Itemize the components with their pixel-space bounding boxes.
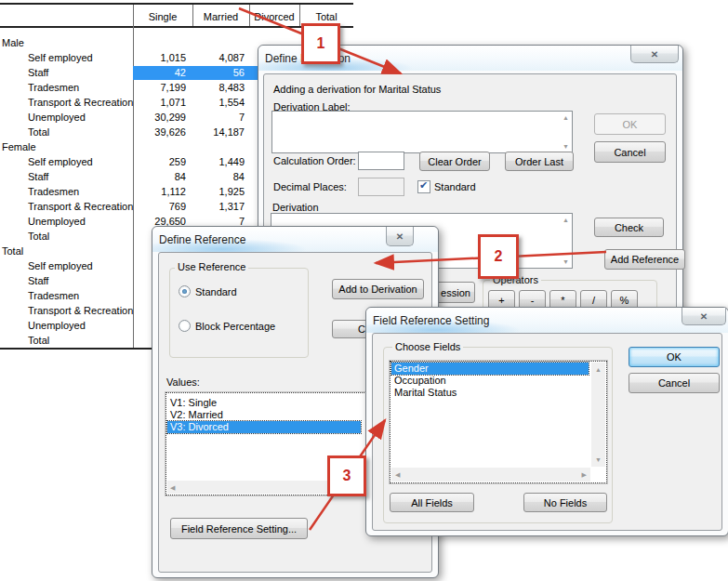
all-fields-button[interactable]: All Fields	[390, 493, 474, 512]
table-cell-married: 1,449	[192, 156, 245, 168]
field-item-occupation[interactable]: Occupation	[391, 375, 589, 387]
add-reference-button[interactable]: Add Reference	[604, 249, 685, 270]
close-icon[interactable]: ✕	[682, 308, 726, 325]
field-reference-setting-title: Field Reference Setting	[373, 314, 489, 327]
table-cell-single: 42	[133, 67, 186, 79]
table-row-label[interactable]: Tradesmen	[28, 290, 79, 302]
vertical-scrollbar[interactable]: ▲ ▼	[591, 363, 605, 467]
table-row-label[interactable]: Staff	[28, 67, 48, 79]
cancel-button[interactable]: Cancel	[594, 141, 666, 163]
table-cell-married: 1,554	[192, 97, 245, 109]
callout-step-1: 1	[301, 23, 340, 64]
scroll-left-icon[interactable]: ◀	[395, 471, 400, 478]
table-cell-married: 1,317	[192, 201, 245, 213]
use-reference-group-label: Use Reference	[175, 261, 248, 273]
callout-step-3: 3	[327, 456, 366, 496]
order-last-button[interactable]: Order Last	[505, 152, 574, 171]
calculation-order-input[interactable]	[358, 152, 404, 170]
table-row-label[interactable]: Unemployed	[28, 216, 86, 228]
block-percentage-radio[interactable]	[179, 320, 191, 332]
callout-step-2: 2	[478, 234, 519, 279]
field-reference-setting-dialog: Field Reference Setting ✕ Choose Fields …	[365, 307, 728, 536]
scroll-left-icon[interactable]: ◀	[170, 484, 175, 491]
table-row-label[interactable]: Unemployed	[28, 320, 86, 332]
table-cell-married: 8,483	[192, 82, 245, 94]
table-row-label[interactable]: Total	[28, 231, 49, 243]
field-reference-setting-button[interactable]: Field Reference Setting...	[170, 518, 308, 539]
scroll-right-icon[interactable]: ▶	[582, 471, 587, 478]
table-row-label[interactable]: Unemployed	[28, 112, 86, 124]
table-cell-married: 1,925	[192, 186, 245, 198]
ok-button[interactable]: OK	[594, 113, 666, 135]
table-row-label[interactable]: Total	[28, 335, 49, 347]
no-fields-button[interactable]: No Fields	[523, 493, 607, 512]
table-group-label: Female	[2, 141, 36, 153]
derivation-label-input[interactable]: ▲ ▼	[271, 111, 573, 153]
standard-radio[interactable]	[179, 285, 191, 297]
scroll-down-icon[interactable]: ▼	[563, 143, 569, 150]
table-group-label: Male	[2, 37, 24, 49]
field-item-gender[interactable]: Gender	[391, 363, 589, 375]
column-header-married[interactable]: Married	[192, 10, 249, 23]
table-cell-single: 7,199	[133, 82, 186, 94]
table-row-label[interactable]: Self employed	[28, 52, 93, 64]
cancel-button[interactable]: Cancel	[629, 373, 720, 393]
table-row-label[interactable]: Self employed	[28, 260, 93, 272]
table-row-label[interactable]: Transport & Recreation	[28, 97, 133, 109]
add-to-derivation-button[interactable]: Add to Derivation	[332, 279, 424, 299]
table-cell-single: 1,071	[133, 97, 186, 109]
table-cell-single: 39,626	[133, 126, 186, 139]
scroll-up-icon[interactable]: ▲	[595, 366, 602, 373]
table-group-label: Total	[2, 245, 23, 257]
table-row-label[interactable]: Tradesmen	[28, 186, 79, 198]
decimal-places-input[interactable]	[358, 178, 404, 196]
ok-button[interactable]: OK	[629, 347, 720, 367]
values-item-v2[interactable]: V2: Married	[167, 409, 361, 421]
horizontal-scrollbar[interactable]: ◀ ▶	[391, 468, 590, 482]
clear-order-button[interactable]: Clear Order	[419, 152, 490, 171]
table-row-label[interactable]: Transport & Recreation	[28, 201, 133, 213]
table-cell-single: 1,015	[133, 52, 186, 64]
table-top-border	[0, 3, 353, 5]
expression-button-partial[interactable]: ession	[436, 282, 475, 303]
table-header-border	[0, 26, 353, 28]
field-item-marital-status[interactable]: Marital Status	[391, 387, 589, 399]
column-header-total[interactable]: Total	[299, 10, 353, 23]
table-cell-married: 4,087	[192, 52, 245, 64]
scroll-up-icon[interactable]: ▲	[563, 114, 569, 121]
table-cell-single: 769	[133, 201, 186, 213]
choose-fields-group-label: Choose Fields	[392, 341, 463, 353]
table-cell-married: 14,187	[192, 126, 245, 139]
table-cell-married: 56	[192, 67, 245, 79]
table-cell-single: 84	[133, 171, 186, 183]
table-row-label[interactable]: Transport & Recreation	[28, 305, 133, 317]
table-row-label[interactable]: Total	[28, 126, 49, 139]
table-row-label[interactable]: Self employed	[28, 156, 93, 168]
define-reference-title: Define Reference	[159, 233, 245, 246]
table-cell-single: 30,299	[133, 112, 186, 124]
block-percentage-radio-label: Block Percentage	[195, 321, 275, 333]
table-cell-married: 84	[192, 171, 245, 183]
use-reference-group	[169, 268, 309, 358]
values-label: Values:	[166, 376, 200, 389]
scroll-up-icon[interactable]: ▲	[563, 217, 569, 223]
table-row-label[interactable]: Tradesmen	[28, 82, 79, 94]
scroll-down-icon[interactable]: ▼	[595, 456, 602, 463]
calculation-order-label: Calculation Order:	[273, 155, 356, 167]
table-row-label[interactable]: Staff	[28, 275, 48, 287]
column-header-single[interactable]: Single	[133, 10, 192, 23]
values-item-v1[interactable]: V1: Single	[167, 397, 361, 409]
close-icon[interactable]: ✕	[386, 227, 414, 246]
column-header-divorced[interactable]: Divorced	[249, 10, 299, 23]
values-item-v3[interactable]: V3: Divorced	[167, 421, 361, 433]
fields-listbox[interactable]: Gender Occupation Marital Status ▲ ▼ ◀ ▶	[390, 361, 607, 483]
table-row-label[interactable]: Staff	[28, 171, 48, 183]
standard-checkbox-label: Standard	[434, 181, 476, 193]
screen: Single Married Divorced Total MaleSelf e…	[0, 0, 728, 581]
table-cell-married: 7	[192, 112, 245, 124]
close-icon[interactable]: ✕	[630, 46, 679, 63]
standard-radio-label: Standard	[195, 286, 237, 298]
scroll-down-icon[interactable]: ▼	[563, 258, 569, 265]
check-button[interactable]: Check	[594, 218, 664, 237]
standard-checkbox[interactable]	[417, 180, 430, 193]
